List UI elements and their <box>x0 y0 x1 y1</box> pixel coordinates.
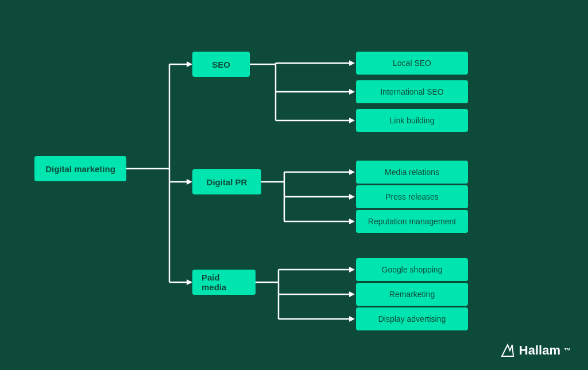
hallam-trademark: ™ <box>564 346 571 355</box>
svg-marker-11 <box>349 316 355 322</box>
node-paid-media: Paid media <box>192 270 256 295</box>
node-google-shopping: Google shopping <box>356 258 468 281</box>
svg-marker-12 <box>502 345 513 356</box>
svg-marker-10 <box>349 291 355 297</box>
node-remarketing: Remarketing <box>356 283 468 306</box>
node-link-building: Link building <box>356 109 468 132</box>
node-media-relations: Media relations <box>356 161 468 184</box>
svg-marker-1 <box>187 179 192 185</box>
svg-marker-3 <box>349 60 355 66</box>
svg-marker-4 <box>349 89 355 95</box>
diagram-canvas: Digital marketing SEO Digital PR Paid me… <box>0 0 588 370</box>
node-seo: SEO <box>192 52 250 77</box>
svg-marker-7 <box>349 194 355 200</box>
svg-marker-9 <box>349 267 355 272</box>
svg-marker-6 <box>349 169 355 175</box>
node-digital-pr: Digital PR <box>192 169 261 194</box>
svg-marker-5 <box>349 118 355 123</box>
connectors-svg <box>0 0 588 370</box>
hallam-logo: Hallam™ <box>500 342 571 359</box>
node-digital-marketing: Digital marketing <box>34 156 126 181</box>
node-reputation-management: Reputation management <box>356 210 468 233</box>
hallam-logo-text: Hallam <box>519 343 560 358</box>
hallam-logo-icon <box>500 342 516 359</box>
svg-marker-2 <box>187 279 192 285</box>
svg-marker-8 <box>349 219 355 224</box>
node-display-advertising: Display advertising <box>356 307 468 330</box>
node-local-seo: Local SEO <box>356 52 468 75</box>
node-press-releases: Press releases <box>356 185 468 208</box>
node-international-seo: International SEO <box>356 80 468 103</box>
svg-marker-0 <box>187 61 192 67</box>
